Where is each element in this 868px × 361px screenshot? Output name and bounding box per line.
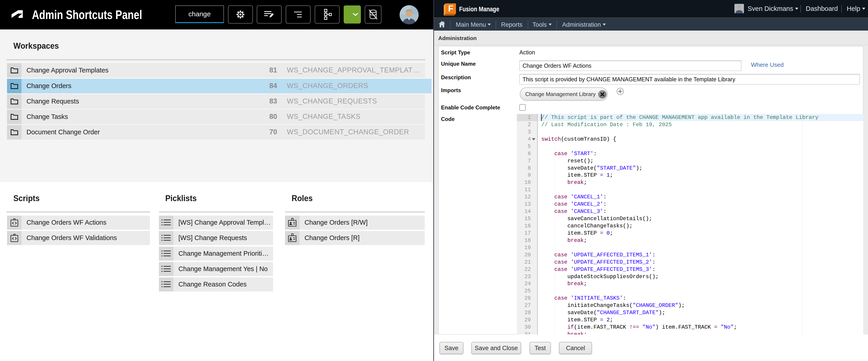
svg-text:F: F <box>448 4 453 13</box>
